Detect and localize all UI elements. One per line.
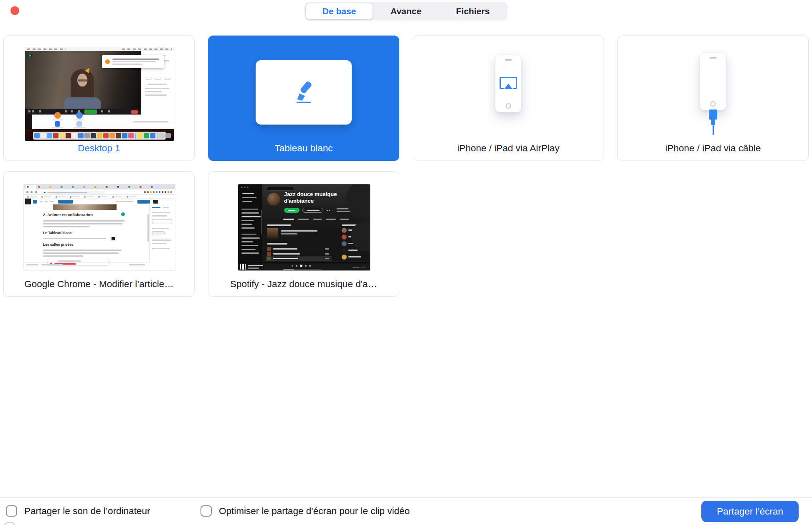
tile-iphone-airplay[interactable]: iPhone / iPad via AirPlay xyxy=(413,36,604,161)
new-meeting-icon xyxy=(54,112,61,119)
article-heading-1: 2. Animer en collaboration xyxy=(43,213,93,217)
share-sound-label[interactable]: Partager le son de l’ordinateur xyxy=(24,505,150,517)
whiteboard-card xyxy=(256,60,352,125)
address-bar xyxy=(41,191,105,194)
marker-icon xyxy=(292,80,316,104)
update-button xyxy=(58,200,73,204)
wp-editor: 2. Animer en collaboration Le Tableau bl… xyxy=(24,204,175,266)
airplay-icon xyxy=(500,77,517,89)
tile-iphone-cable[interactable]: iPhone / iPad via câble xyxy=(617,36,809,161)
tile-label-desktop-1: Desktop 1 xyxy=(4,142,194,155)
zoom-meeting-window xyxy=(25,51,174,115)
playlist-title: Jazz douce musique d'ambiance xyxy=(284,191,337,205)
tile-whiteboard[interactable]: Tableau blanc xyxy=(208,36,399,161)
spotify-main: Jazz douce musique d'ambiance xyxy=(262,184,370,262)
spotify-preview: Jazz douce musique d'ambiance xyxy=(238,184,370,270)
desktop1-preview xyxy=(25,47,174,141)
chrome-preview: 2. Animer en collaboration Le Tableau bl… xyxy=(24,184,175,270)
chrome-tabstrip xyxy=(24,184,175,189)
tile-label-whiteboard: Tableau blanc xyxy=(208,142,399,155)
tile-spotify-window[interactable]: Jazz douce musique d'ambiance xyxy=(208,171,399,297)
article-heading-3: Les salles privées xyxy=(43,243,74,247)
optimize-video-checkbox[interactable] xyxy=(200,505,212,517)
notification-popup xyxy=(102,55,164,68)
end-meeting-button xyxy=(131,110,138,114)
close-button[interactable] xyxy=(10,6,19,15)
dock xyxy=(33,132,166,140)
wp-admin-bar xyxy=(24,199,175,204)
notification-icon xyxy=(105,59,110,64)
tab-de-base[interactable]: De base xyxy=(306,3,373,19)
spotify-sidebar xyxy=(238,184,262,262)
footer-bar: Partager le son de l’ordinateur Optimise… xyxy=(0,497,812,525)
tile-label-cable: iPhone / iPad via câble xyxy=(618,142,808,155)
tab-avance[interactable]: Avance xyxy=(373,3,439,19)
participant-video xyxy=(63,69,102,109)
tab-fichiers[interactable]: Fichiers xyxy=(439,3,506,19)
share-screen-highlight xyxy=(84,110,97,114)
status-bar xyxy=(24,262,149,266)
optimize-video-label[interactable]: Optimiser le partage d'écran pour le cli… xyxy=(219,505,410,517)
article-heading-2: Le Tableau blanc xyxy=(43,231,71,235)
phone-icon xyxy=(495,55,522,112)
chrome-toolbar xyxy=(24,189,175,195)
cable-icon xyxy=(709,110,717,135)
phone-icon xyxy=(700,53,726,110)
share-screen-button[interactable]: Partager l’écran xyxy=(701,501,799,522)
now-playing-cover xyxy=(240,264,246,270)
playlist-cover xyxy=(267,193,280,206)
record-indicator-icon xyxy=(28,54,32,57)
tile-label-spotify: Spotify - Jazz douce musique d'a… xyxy=(208,278,399,291)
share-mode-tabs: De base Avance Fichiers xyxy=(304,2,508,20)
bookmarks-bar xyxy=(24,195,175,199)
play-button xyxy=(284,208,299,213)
tile-label-airplay: iPhone / iPad via AirPlay xyxy=(413,142,604,155)
meeting-toolbar xyxy=(25,109,141,115)
mac-desktop xyxy=(25,129,174,141)
tile-chrome-window[interactable]: 2. Animer en collaboration Le Tableau bl… xyxy=(3,171,195,297)
join-icon xyxy=(76,112,83,119)
mac-menubar xyxy=(25,47,174,51)
status-dot xyxy=(121,212,125,216)
tile-label-chrome: Google Chrome - Modifier l’article… xyxy=(4,278,194,291)
share-screen-icon xyxy=(76,121,82,127)
tile-desktop-1[interactable]: Desktop 1 xyxy=(3,36,195,161)
hidden-floating-button xyxy=(4,522,16,525)
schedule-icon xyxy=(55,121,60,127)
share-sources-grid: Desktop 1 Tableau blanc iPhone / iPad vi… xyxy=(3,36,809,297)
spotify-player-bar xyxy=(238,262,370,270)
zoom-home-window xyxy=(25,115,174,129)
wordpress-logo xyxy=(25,199,31,204)
editor-sidebar xyxy=(149,204,175,262)
follow-button xyxy=(302,208,323,213)
share-sound-checkbox[interactable] xyxy=(6,505,17,517)
